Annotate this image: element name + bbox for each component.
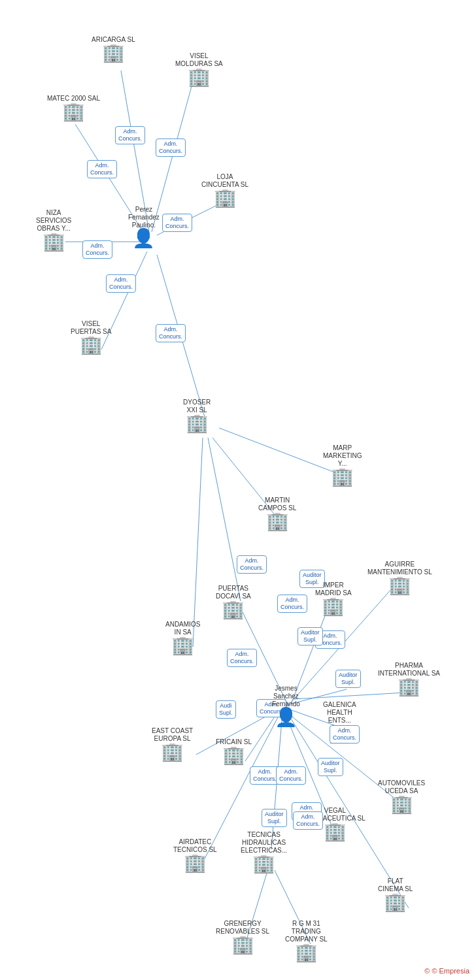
building-icon-flat-cinema: 🏢: [384, 893, 407, 911]
badge-adm-2: Adm.Concurs.: [156, 139, 186, 157]
badge-auditor-4: AudiSupl.: [216, 700, 236, 719]
person-icon-jesmes: 👤: [275, 708, 298, 727]
node-aguirre: AGUIRREMANTENIMIENTO SL 🏢: [367, 561, 432, 595]
badge-auditor-3: AuditorSupl.: [335, 670, 361, 688]
building-icon-grenergy: 🏢: [231, 936, 254, 954]
building-icon-matec: 🏢: [62, 103, 85, 121]
node-automoviles: AUTOMOVILESUCEDA SA 🏢: [378, 779, 425, 813]
node-loja: LOJACINCUENTA SL 🏢: [201, 173, 248, 207]
building-icon-tecnicas: 🏢: [252, 855, 275, 873]
building-icon-aguirre: 🏢: [388, 576, 411, 595]
badge-auditor-2: AuditorSupl.: [298, 627, 323, 645]
node-matec: MATEC 2000 SAL 🏢: [47, 95, 100, 121]
building-icon-vegal: 🏢: [324, 823, 347, 841]
node-visel-molduras: VISELMOLDURAS SA 🏢: [175, 52, 223, 86]
node-visel-puertas: VISELPUERTAS SA 🏢: [71, 320, 111, 354]
building-icon-niza: 🏢: [42, 233, 65, 251]
building-icon-marp: 🏢: [331, 468, 354, 486]
node-imper: IMPERMADRID SA 🏢: [315, 581, 352, 615]
building-icon-east-coast: 🏢: [161, 743, 184, 761]
node-rgm31: R G M 31TRADINGCOMPANY SL 🏢: [285, 920, 328, 962]
building-icon-imper: 🏢: [322, 597, 345, 615]
badge-adm-vegal2: Adm.Concurs.: [293, 811, 323, 830]
badge-adm-5: Adm.Concurs.: [106, 274, 136, 293]
node-aricarga: ARICARGA SL 🏢: [92, 36, 135, 62]
person-icon-perez: 👤: [132, 229, 155, 248]
building-icon-aricarga: 🏢: [102, 44, 125, 62]
node-airdatec: AIRDATECTECNICOS SL 🏢: [173, 838, 217, 872]
node-andamios: ANDAMIOSIN SA 🏢: [165, 621, 200, 655]
building-icon-automoviles: 🏢: [390, 795, 413, 813]
building-icon-andamios: 🏢: [171, 636, 194, 655]
node-grenergy: GRENERGYRENOVABLES SL 🏢: [216, 920, 269, 954]
node-niza: NIZASERVICIOSOBRAS Y... 🏢: [36, 209, 71, 251]
node-marp: MARPMARKETINGY... 🏢: [323, 444, 362, 486]
node-perez: PerezFernandezPaulino. 👤: [128, 206, 160, 248]
node-east-coast: EAST COASTEUROPA SL 🏢: [152, 727, 193, 761]
building-icon-dyoser: 🏢: [186, 414, 209, 433]
node-flat-cinema: FLATCINEMA SL 🏢: [378, 877, 413, 911]
badge-adm-1: Adm.Concurs.: [115, 126, 145, 144]
badge-adm-3: Adm.Concurs.: [87, 160, 117, 178]
badge-auditor-5: AuditorSupl.: [318, 758, 343, 776]
building-icon-loja: 🏢: [214, 189, 237, 207]
building-icon-visel-puertas: 🏢: [80, 336, 103, 354]
building-icon-puertas-docavi: 🏢: [222, 600, 245, 619]
badge-adm-4: Adm.Concurs.: [162, 214, 192, 232]
badge-adm-6: Adm.Concurs.: [156, 324, 186, 342]
building-icon-martin: 🏢: [266, 512, 289, 531]
building-icon-visel-molduras: 🏢: [188, 68, 211, 86]
svg-line-9: [208, 438, 241, 601]
building-icon-airdatec: 🏢: [184, 854, 207, 872]
node-jesmes: JesmesSanchezFernando 👤: [272, 685, 300, 727]
node-tecnicas: TECNICASHIDRAULICASELECTRICAS... 🏢: [241, 831, 287, 873]
badge-adm-martin: Adm.Concurs.: [237, 555, 267, 574]
node-puertas-docavi: PUERTASDOCAVI SA 🏢: [216, 585, 251, 619]
badge-adm-galenica: Adm.Concurs.: [330, 725, 360, 743]
building-icon-pharma: 🏢: [398, 678, 420, 696]
building-icon-rgm31: 🏢: [295, 943, 318, 962]
graph-container: ARICARGA SL 🏢 VISELMOLDURAS SA 🏢 MATEC 2…: [0, 0, 476, 980]
node-fricain: FRICAIN SL 🏢: [216, 738, 252, 764]
badge-adm-andamios: Adm.Concurs.: [227, 649, 257, 667]
badge-adm-docavi: Adm.Concurs.: [277, 595, 307, 613]
node-pharma: PHARMAINTERNATIONAL SA 🏢: [378, 662, 440, 696]
node-dyoser: DYOSERXXI SL 🏢: [183, 399, 211, 433]
svg-line-10: [193, 438, 203, 647]
badge-adm-niza: Adm.Concurs.: [82, 240, 112, 259]
watermark: © © Empresia: [424, 967, 469, 975]
badge-auditor-6: AuditorSupl.: [262, 809, 287, 827]
node-martin: MARTINCAMPOS SL 🏢: [258, 497, 296, 531]
building-icon-fricain: 🏢: [222, 746, 245, 764]
badge-adm-fricain2: Adm.Concurs.: [276, 766, 306, 785]
